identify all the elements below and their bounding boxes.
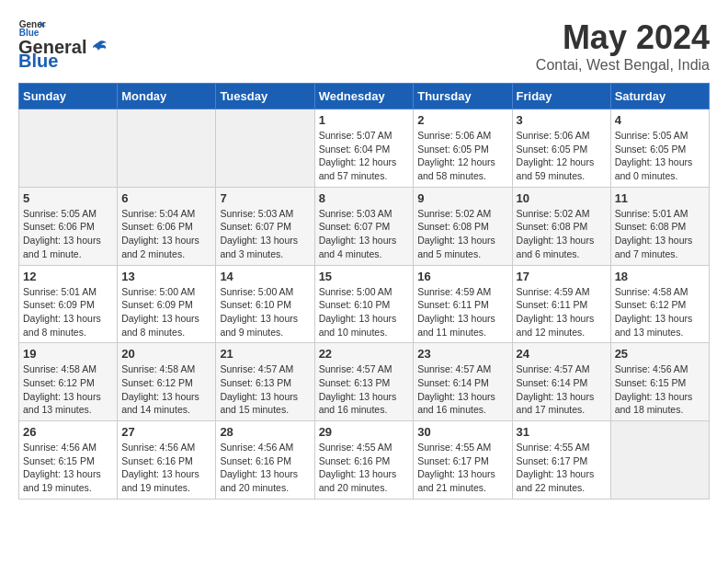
day-info: Sunrise: 4:58 AMSunset: 6:12 PMDaylight:… <box>23 362 113 417</box>
day-number: 5 <box>23 191 113 205</box>
calendar-cell: 26Sunrise: 4:56 AMSunset: 6:15 PMDayligh… <box>19 421 118 500</box>
day-number: 2 <box>417 113 507 127</box>
day-info: Sunrise: 5:04 AMSunset: 6:06 PMDaylight:… <box>121 207 211 261</box>
day-info: Sunrise: 4:57 AMSunset: 6:13 PMDaylight:… <box>319 362 410 417</box>
day-number: 29 <box>319 425 410 439</box>
day-info: Sunrise: 4:57 AMSunset: 6:14 PMDaylight:… <box>417 362 507 417</box>
calendar-cell: 23Sunrise: 4:57 AMSunset: 6:14 PMDayligh… <box>414 343 512 421</box>
day-number: 3 <box>517 113 607 127</box>
day-number: 15 <box>319 270 410 283</box>
day-number: 8 <box>319 191 410 205</box>
day-of-week-header: Tuesday <box>216 84 314 109</box>
day-info: Sunrise: 5:05 AMSunset: 6:05 PMDaylight:… <box>615 129 705 183</box>
day-number: 7 <box>220 191 310 205</box>
day-number: 25 <box>615 347 705 361</box>
day-number: 12 <box>23 270 113 283</box>
day-number: 26 <box>23 425 113 439</box>
day-info: Sunrise: 5:06 AMSunset: 6:05 PMDaylight:… <box>517 129 607 183</box>
day-info: Sunrise: 4:56 AMSunset: 6:16 PMDaylight:… <box>220 441 310 495</box>
calendar-week-row: 1Sunrise: 5:07 AMSunset: 6:04 PMDaylight… <box>19 109 710 188</box>
day-of-week-header: Monday <box>118 84 216 109</box>
day-info: Sunrise: 5:00 AMSunset: 6:10 PMDaylight:… <box>319 285 410 339</box>
day-info: Sunrise: 5:06 AMSunset: 6:05 PMDaylight:… <box>417 129 507 183</box>
day-info: Sunrise: 4:59 AMSunset: 6:11 PMDaylight:… <box>417 285 507 339</box>
calendar-cell <box>610 421 709 500</box>
logo-icon: General Blue <box>18 18 46 37</box>
calendar-cell <box>118 109 216 188</box>
day-of-week-header: Thursday <box>414 84 512 109</box>
logo-bird-icon <box>88 38 108 58</box>
day-number: 9 <box>417 191 507 205</box>
day-number: 13 <box>121 270 211 283</box>
calendar-cell: 31Sunrise: 4:55 AMSunset: 6:17 PMDayligh… <box>512 421 610 500</box>
calendar-cell: 15Sunrise: 5:00 AMSunset: 6:10 PMDayligh… <box>314 265 414 343</box>
calendar-header-row: SundayMondayTuesdayWednesdayThursdayFrid… <box>19 84 710 109</box>
day-info: Sunrise: 4:59 AMSunset: 6:11 PMDaylight:… <box>517 285 607 339</box>
calendar-cell: 4Sunrise: 5:05 AMSunset: 6:05 PMDaylight… <box>610 109 709 188</box>
day-info: Sunrise: 4:56 AMSunset: 6:16 PMDaylight:… <box>121 441 211 495</box>
day-number: 4 <box>615 113 705 127</box>
day-info: Sunrise: 4:58 AMSunset: 6:12 PMDaylight:… <box>121 362 211 417</box>
day-number: 28 <box>220 425 310 439</box>
day-info: Sunrise: 4:55 AMSunset: 6:17 PMDaylight:… <box>417 441 507 495</box>
day-info: Sunrise: 5:05 AMSunset: 6:06 PMDaylight:… <box>23 207 113 261</box>
day-number: 22 <box>319 347 410 361</box>
calendar-table: SundayMondayTuesdayWednesdayThursdayFrid… <box>18 83 710 500</box>
day-info: Sunrise: 5:00 AMSunset: 6:09 PMDaylight:… <box>121 285 211 339</box>
calendar-week-row: 12Sunrise: 5:01 AMSunset: 6:09 PMDayligh… <box>19 265 710 343</box>
calendar-week-row: 26Sunrise: 4:56 AMSunset: 6:15 PMDayligh… <box>19 421 710 500</box>
calendar-cell: 27Sunrise: 4:56 AMSunset: 6:16 PMDayligh… <box>118 421 216 500</box>
day-info: Sunrise: 5:03 AMSunset: 6:07 PMDaylight:… <box>319 207 410 261</box>
svg-text:Blue: Blue <box>19 28 40 37</box>
day-number: 1 <box>319 113 410 127</box>
calendar-cell <box>216 109 314 188</box>
day-number: 17 <box>517 270 607 283</box>
day-info: Sunrise: 4:55 AMSunset: 6:16 PMDaylight:… <box>319 441 410 495</box>
day-info: Sunrise: 5:03 AMSunset: 6:07 PMDaylight:… <box>220 207 310 261</box>
calendar-cell: 3Sunrise: 5:06 AMSunset: 6:05 PMDaylight… <box>512 109 610 188</box>
calendar-cell: 10Sunrise: 5:02 AMSunset: 6:08 PMDayligh… <box>512 187 610 265</box>
day-of-week-header: Saturday <box>610 84 709 109</box>
calendar-cell: 18Sunrise: 4:58 AMSunset: 6:12 PMDayligh… <box>610 265 709 343</box>
location: Contai, West Bengal, India <box>536 57 710 74</box>
calendar-cell: 20Sunrise: 4:58 AMSunset: 6:12 PMDayligh… <box>118 343 216 421</box>
day-number: 21 <box>220 347 310 361</box>
calendar-cell: 2Sunrise: 5:06 AMSunset: 6:05 PMDaylight… <box>414 109 512 188</box>
logo-blue: Blue <box>18 51 58 72</box>
calendar-cell: 5Sunrise: 5:05 AMSunset: 6:06 PMDaylight… <box>19 187 118 265</box>
day-info: Sunrise: 5:02 AMSunset: 6:08 PMDaylight:… <box>517 207 607 261</box>
day-number: 23 <box>417 347 507 361</box>
day-info: Sunrise: 4:56 AMSunset: 6:15 PMDaylight:… <box>23 441 113 495</box>
day-info: Sunrise: 4:57 AMSunset: 6:14 PMDaylight:… <box>517 362 607 417</box>
calendar-cell: 25Sunrise: 4:56 AMSunset: 6:15 PMDayligh… <box>610 343 709 421</box>
day-info: Sunrise: 5:07 AMSunset: 6:04 PMDaylight:… <box>319 129 410 183</box>
day-number: 14 <box>220 270 310 283</box>
calendar-cell: 28Sunrise: 4:56 AMSunset: 6:16 PMDayligh… <box>216 421 314 500</box>
day-info: Sunrise: 5:00 AMSunset: 6:10 PMDaylight:… <box>220 285 310 339</box>
day-info: Sunrise: 4:56 AMSunset: 6:15 PMDaylight:… <box>615 362 705 417</box>
title-section: May 2024 Contai, West Bengal, India <box>536 18 710 74</box>
calendar-cell: 22Sunrise: 4:57 AMSunset: 6:13 PMDayligh… <box>314 343 414 421</box>
calendar-cell: 11Sunrise: 5:01 AMSunset: 6:08 PMDayligh… <box>610 187 709 265</box>
day-info: Sunrise: 4:55 AMSunset: 6:17 PMDaylight:… <box>517 441 607 495</box>
calendar-cell <box>19 109 118 188</box>
logo: General Blue General Blue <box>18 18 108 72</box>
day-number: 24 <box>517 347 607 361</box>
day-number: 20 <box>121 347 211 361</box>
calendar-cell: 1Sunrise: 5:07 AMSunset: 6:04 PMDaylight… <box>314 109 414 188</box>
calendar-cell: 8Sunrise: 5:03 AMSunset: 6:07 PMDaylight… <box>314 187 414 265</box>
day-info: Sunrise: 5:02 AMSunset: 6:08 PMDaylight:… <box>417 207 507 261</box>
day-number: 31 <box>517 425 607 439</box>
calendar-cell: 24Sunrise: 4:57 AMSunset: 6:14 PMDayligh… <box>512 343 610 421</box>
calendar-cell: 13Sunrise: 5:00 AMSunset: 6:09 PMDayligh… <box>118 265 216 343</box>
month-title: May 2024 <box>536 18 710 57</box>
day-of-week-header: Wednesday <box>314 84 414 109</box>
calendar-week-row: 19Sunrise: 4:58 AMSunset: 6:12 PMDayligh… <box>19 343 710 421</box>
calendar-cell: 9Sunrise: 5:02 AMSunset: 6:08 PMDaylight… <box>414 187 512 265</box>
day-number: 16 <box>417 270 507 283</box>
day-number: 10 <box>517 191 607 205</box>
calendar-cell: 19Sunrise: 4:58 AMSunset: 6:12 PMDayligh… <box>19 343 118 421</box>
day-number: 27 <box>121 425 211 439</box>
day-info: Sunrise: 4:58 AMSunset: 6:12 PMDaylight:… <box>615 285 705 339</box>
calendar-cell: 21Sunrise: 4:57 AMSunset: 6:13 PMDayligh… <box>216 343 314 421</box>
